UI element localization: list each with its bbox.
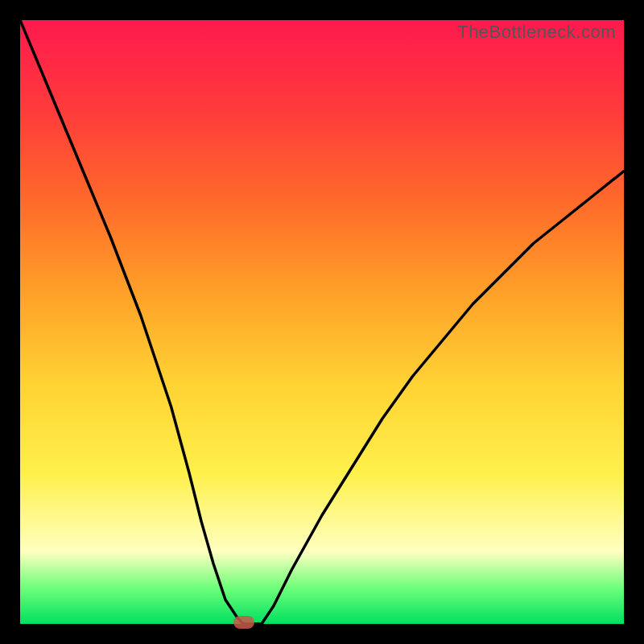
chart-frame: TheBottleneck.com (0, 0, 644, 644)
curve-path (20, 20, 624, 624)
bottleneck-curve (20, 20, 624, 624)
plot-area: TheBottleneck.com (20, 20, 624, 624)
min-marker (233, 616, 254, 629)
